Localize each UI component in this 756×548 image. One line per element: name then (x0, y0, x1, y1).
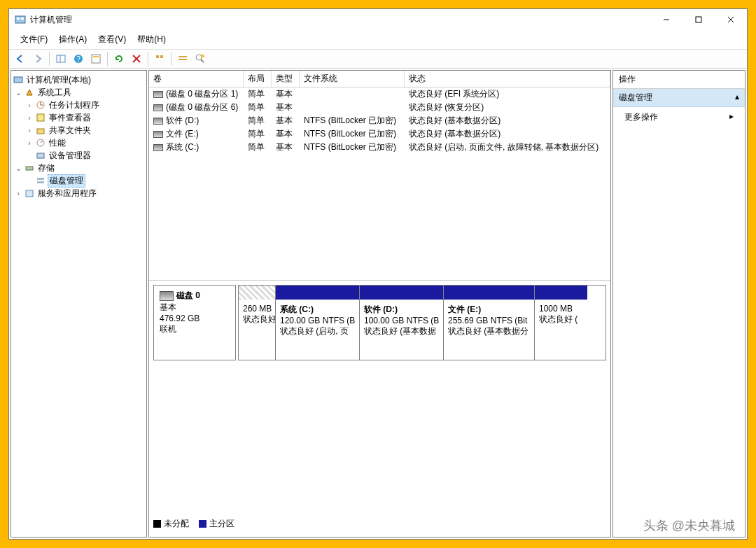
menu-view[interactable]: 查看(V) (92, 31, 132, 48)
main-area: 计算机管理(本地) ⌄系统工具 ›任务计划程序 ›事件查看器 ›共享文件夹 ›性… (9, 69, 747, 539)
menu-help[interactable]: 帮助(H) (132, 31, 172, 48)
menu-file[interactable]: 文件(F) (15, 31, 53, 48)
tree-task-scheduler[interactable]: ›任务计划程序 (13, 99, 145, 111)
partition[interactable]: 260 MB状态良好 (239, 286, 276, 360)
app-icon (15, 14, 26, 25)
svg-rect-7 (57, 55, 65, 62)
svg-rect-18 (178, 59, 187, 60)
volume-row[interactable]: (磁盘 0 磁盘分区 6)简单基本状态良好 (恢复分区) (149, 101, 610, 114)
center-content: 卷 布局 类型 文件系统 状态 (磁盘 0 磁盘分区 1)简单基本状态良好 (E… (148, 70, 611, 538)
toolbar: ? (9, 49, 747, 69)
disk-icon (160, 291, 174, 301)
maximize-button[interactable] (682, 9, 715, 30)
disk-row[interactable]: 磁盘 0 基本 476.92 GB 联机 260 MB状态良好系统 (C:)12… (153, 285, 606, 360)
drive-icon (153, 91, 163, 98)
disk-graphic-area[interactable]: 磁盘 0 基本 476.92 GB 联机 260 MB状态良好系统 (C:)12… (149, 281, 610, 537)
col-filesystem[interactable]: 文件系统 (300, 71, 405, 87)
window-frame: 计算机管理 文件(F) 操作(A) 查看(V) 帮助(H) ? 计算机管理(本地 (8, 8, 748, 540)
volume-row[interactable]: 系统 (C:)简单基本NTFS (BitLocker 已加密)状态良好 (启动,… (149, 141, 610, 154)
close-button[interactable] (715, 9, 747, 30)
partition[interactable]: 文件 (E:)255.69 GB NTFS (Bit状态良好 (基本数据分 (444, 286, 535, 360)
svg-point-19 (196, 55, 202, 60)
svg-rect-22 (14, 77, 22, 83)
drive-icon (153, 104, 163, 111)
actions-section-diskmgmt[interactable]: 磁盘管理 ▴ (613, 89, 745, 107)
volume-list-header[interactable]: 卷 布局 类型 文件系统 状态 (149, 71, 610, 87)
minimize-button[interactable] (650, 9, 682, 30)
tree-storage[interactable]: ⌄存储 (13, 162, 145, 174)
volume-row[interactable]: 软件 (D:)简单基本NTFS (BitLocker 已加密)状态良好 (基本数… (149, 114, 610, 127)
actions-header: 操作 (613, 71, 745, 89)
watermark: 头条 @未央暮城 (643, 517, 735, 534)
svg-rect-4 (696, 17, 701, 22)
svg-rect-2 (21, 17, 24, 20)
tree-systools[interactable]: ⌄系统工具 (13, 86, 145, 99)
tree-services[interactable]: ›服务和应用程序 (13, 187, 145, 199)
drive-icon (153, 118, 163, 125)
svg-rect-32 (37, 178, 44, 180)
tree-performance[interactable]: ›性能 (13, 136, 145, 149)
legend: 未分配 主分区 (153, 515, 606, 533)
col-status[interactable]: 状态 (405, 71, 610, 87)
volume-list[interactable]: 卷 布局 类型 文件系统 状态 (磁盘 0 磁盘分区 1)简单基本状态良好 (E… (149, 71, 610, 281)
nav-back-button[interactable] (12, 50, 29, 67)
svg-rect-31 (26, 167, 33, 170)
properties-button[interactable] (88, 50, 104, 67)
svg-rect-33 (37, 181, 44, 183)
svg-rect-16 (160, 55, 163, 58)
disk-info[interactable]: 磁盘 0 基本 476.92 GB 联机 (153, 285, 236, 360)
legend-swatch-unallocated (153, 520, 161, 528)
menubar: 文件(F) 操作(A) 查看(V) 帮助(H) (9, 30, 747, 49)
navigation-tree[interactable]: 计算机管理(本地) ⌄系统工具 ›任务计划程序 ›事件查看器 ›共享文件夹 ›性… (10, 70, 147, 538)
svg-text:?: ? (76, 55, 80, 63)
svg-rect-12 (93, 56, 99, 57)
list-view-button[interactable] (174, 50, 191, 67)
delete-button[interactable] (128, 50, 145, 67)
svg-rect-11 (92, 55, 100, 63)
volume-row[interactable]: (磁盘 0 磁盘分区 1)简单基本状态良好 (EFI 系统分区) (149, 87, 610, 101)
window-title: 计算机管理 (30, 14, 72, 26)
drive-icon (153, 131, 163, 138)
svg-rect-1 (17, 17, 20, 20)
help-button[interactable]: ? (70, 50, 87, 67)
show-hide-tree-button[interactable] (52, 50, 69, 67)
chevron-right-icon: ▸ (729, 111, 734, 123)
col-layout[interactable]: 布局 (244, 71, 272, 87)
col-volume[interactable]: 卷 (149, 71, 244, 87)
actions-more[interactable]: 更多操作 ▸ (613, 107, 745, 127)
actions-pane: 操作 磁盘管理 ▴ 更多操作 ▸ (612, 70, 746, 538)
titlebar[interactable]: 计算机管理 (9, 9, 747, 30)
tree-shared-folders[interactable]: ›共享文件夹 (13, 124, 145, 136)
svg-rect-26 (37, 114, 44, 121)
col-type[interactable]: 类型 (272, 71, 300, 87)
svg-rect-27 (37, 129, 44, 134)
collapse-icon: ▴ (735, 92, 739, 104)
svg-rect-15 (156, 55, 159, 58)
volume-row[interactable]: 文件 (E:)简单基本NTFS (BitLocker 已加密)状态良好 (基本数… (149, 127, 610, 141)
svg-rect-17 (178, 56, 187, 57)
tree-disk-management[interactable]: 磁盘管理 (13, 174, 145, 187)
nav-forward-button[interactable] (29, 50, 46, 67)
small-icons-button[interactable] (151, 50, 168, 67)
svg-line-20 (201, 59, 204, 62)
detail-view-button[interactable] (192, 50, 209, 67)
partition[interactable]: 1000 MB状态良好 ( (535, 286, 587, 360)
partition[interactable]: 系统 (C:)120.00 GB NTFS (B状态良好 (启动, 页 (276, 286, 360, 360)
legend-swatch-primary (199, 520, 206, 528)
svg-rect-21 (201, 55, 204, 57)
svg-rect-30 (37, 153, 44, 158)
tree-device-manager[interactable]: 设备管理器 (13, 149, 145, 162)
partition[interactable]: 软件 (D:)100.00 GB NTFS (B状态良好 (基本数据 (360, 286, 444, 360)
svg-rect-34 (26, 190, 33, 197)
drive-icon (153, 144, 163, 151)
partitions-container: 260 MB状态良好系统 (C:)120.00 GB NTFS (B状态良好 (… (238, 285, 606, 360)
tree-root[interactable]: 计算机管理(本地) (13, 73, 145, 86)
tree-event-viewer[interactable]: ›事件查看器 (13, 111, 145, 124)
refresh-button[interactable] (111, 50, 127, 67)
menu-action[interactable]: 操作(A) (53, 31, 92, 48)
